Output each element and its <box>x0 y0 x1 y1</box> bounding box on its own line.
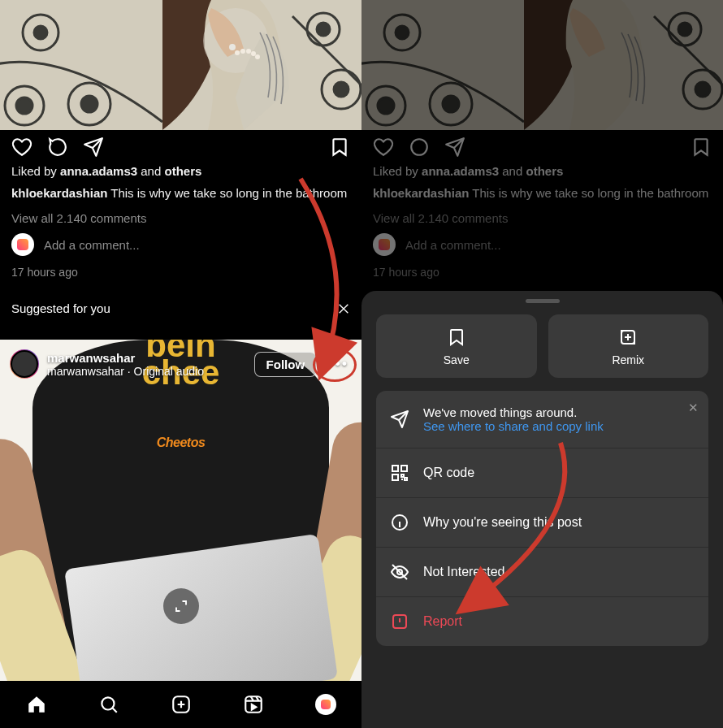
post-actions <box>362 130 723 161</box>
liked-by[interactable]: Liked by anna.adams3 and others <box>0 161 362 181</box>
svg-point-25 <box>443 96 459 112</box>
post-timestamp: 17 hours ago <box>0 261 362 284</box>
svg-rect-34 <box>392 466 398 471</box>
close-icon[interactable] <box>337 302 350 315</box>
info-icon <box>389 513 410 532</box>
svg-point-17 <box>229 44 236 50</box>
svg-point-4 <box>81 96 97 112</box>
svg-point-6 <box>34 26 47 39</box>
heart-icon[interactable] <box>11 136 32 158</box>
profile-icon[interactable] <box>315 694 336 715</box>
remix-button[interactable]: Remix <box>548 314 709 378</box>
post-image <box>0 0 362 130</box>
eye-off-icon <box>389 562 410 582</box>
create-icon[interactable] <box>171 694 192 715</box>
comment-placeholder: Add a comment... <box>44 238 140 252</box>
svg-point-2 <box>16 98 32 114</box>
heart-icon[interactable] <box>373 136 394 158</box>
follow-button[interactable]: Follow <box>254 352 318 377</box>
report-icon <box>389 612 410 631</box>
bookmark-icon <box>447 327 466 347</box>
svg-point-32 <box>411 139 427 155</box>
svg-point-15 <box>251 51 256 56</box>
qr-icon <box>389 463 410 483</box>
svg-point-23 <box>378 98 394 114</box>
suggested-label: Suggested for you <box>11 301 110 315</box>
bottom-nav <box>0 681 362 728</box>
view-comments-link[interactable]: View all 2.140 comments <box>0 205 362 228</box>
close-icon[interactable]: ✕ <box>688 401 699 415</box>
comment-icon[interactable] <box>409 136 430 158</box>
report-row[interactable]: Report <box>376 596 708 646</box>
post-caption: khloekardashian This is why we take so l… <box>0 181 362 205</box>
annotation-circle <box>313 348 357 382</box>
home-icon[interactable] <box>26 694 47 715</box>
expand-icon[interactable] <box>163 588 199 624</box>
svg-rect-20 <box>245 696 262 713</box>
moved-info-row[interactable]: We've moved things around. See where to … <box>376 391 708 448</box>
share-icon <box>389 410 410 429</box>
moved-link[interactable]: See where to share and copy link <box>423 419 695 433</box>
svg-point-14 <box>246 49 251 54</box>
suggested-subtitle: marwanwsahar · Original audio <box>47 365 204 378</box>
svg-rect-35 <box>401 466 407 471</box>
left-panel: Liked by anna.adams3 and others khloekar… <box>0 0 362 728</box>
qr-code-row[interactable]: QR code <box>376 448 708 497</box>
avatar[interactable] <box>10 349 39 379</box>
svg-point-12 <box>235 50 240 55</box>
remix-icon <box>618 327 638 347</box>
search-icon[interactable] <box>98 694 119 715</box>
suggested-reel[interactable]: beinchee Cheetos marwanwsahar marwanwsah… <box>0 340 362 681</box>
avatar <box>11 233 34 256</box>
right-panel: Liked by anna.adams3 and others khloekar… <box>362 0 723 728</box>
svg-point-18 <box>102 697 114 709</box>
bookmark-icon[interactable] <box>691 136 712 158</box>
svg-point-8 <box>334 82 349 97</box>
brand-logo: Cheetos <box>157 436 206 450</box>
reels-icon[interactable] <box>243 694 264 715</box>
svg-point-27 <box>396 26 409 39</box>
why-seeing-row[interactable]: Why you're seeing this post <box>376 497 708 547</box>
sheet-handle[interactable] <box>526 299 560 303</box>
suggested-username[interactable]: marwanwsahar <box>47 351 135 365</box>
avatar <box>373 233 396 256</box>
post-caption: khloekardashian This is why we take so l… <box>362 181 723 205</box>
svg-point-29 <box>695 82 710 97</box>
bookmark-icon[interactable] <box>329 136 350 158</box>
share-icon[interactable] <box>83 136 104 158</box>
suggested-header: Suggested for you <box>0 284 362 327</box>
share-icon[interactable] <box>444 136 465 158</box>
svg-point-13 <box>240 49 245 54</box>
post-image <box>362 0 723 130</box>
svg-point-16 <box>255 54 260 59</box>
comment-icon[interactable] <box>47 136 68 158</box>
add-comment-row[interactable]: Add a comment... <box>362 228 723 261</box>
svg-rect-36 <box>392 474 398 480</box>
post-timestamp: 17 hours ago <box>362 261 723 284</box>
view-comments-link[interactable]: View all 2.140 comments <box>362 205 723 228</box>
liked-by[interactable]: Liked by anna.adams3 and others <box>362 161 723 181</box>
save-button[interactable]: Save <box>376 314 537 378</box>
add-comment-row[interactable]: Add a comment... <box>0 228 362 261</box>
post-actions <box>0 130 362 161</box>
comment-placeholder: Add a comment... <box>405 238 501 252</box>
not-interested-row[interactable]: Not Interested <box>376 547 708 596</box>
action-sheet: Save Remix We've moved things around. Se… <box>362 291 723 728</box>
